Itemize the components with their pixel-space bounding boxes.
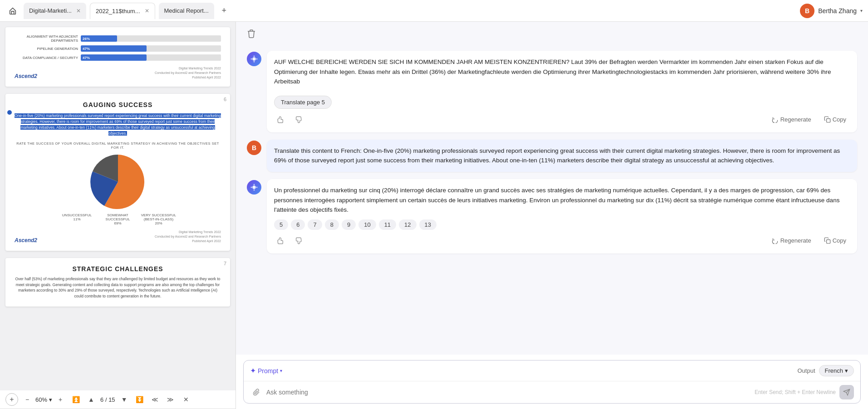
page7-text: Over half (53%) of marketing professiona… (15, 276, 221, 299)
input-box: ✦ Prompt ▾ Output French ▾ (243, 360, 861, 404)
language-select[interactable]: French ▾ (819, 365, 854, 376)
page-chip[interactable]: 6 (291, 219, 305, 230)
thumbs-up-button-3[interactable] (274, 234, 287, 247)
send-button[interactable] (839, 385, 854, 399)
add-page-button[interactable]: + (5, 393, 18, 406)
tab-medical[interactable]: Medical Report... (159, 3, 214, 19)
close-doc-button[interactable]: ✕ (180, 393, 192, 406)
thumbs-up-button-1[interactable] (274, 113, 287, 126)
ascend-info: Digital Marketing Trends 2022 Conducted … (155, 66, 221, 79)
ai-logo-icon (250, 55, 258, 63)
input-right-controls: Output French ▾ (798, 365, 854, 376)
pie-section: RATE THE SUCCESS OF YOUR OVERALL DIGITAL… (15, 141, 221, 225)
attach-button[interactable] (250, 386, 263, 399)
zoom-out-button[interactable]: − (21, 393, 34, 406)
page-chip[interactable]: 7 (308, 219, 322, 230)
nav-next-button[interactable]: ▼ (118, 393, 131, 406)
prompt-button[interactable]: ✦ Prompt ▾ (250, 366, 282, 375)
page-chip[interactable]: 9 (342, 219, 356, 230)
regenerate-button-1[interactable]: Regenerate (768, 114, 815, 125)
prompt-chevron-icon: ▾ (280, 368, 282, 373)
tab-thumb-close[interactable]: ✕ (145, 8, 149, 14)
output-label: Output (798, 367, 815, 374)
chat-area: AUF WELCHE BEREICHE WERDEN SIE SICH IM K… (236, 42, 868, 355)
bar-pct-2: 47% (83, 47, 90, 51)
ai-avatar-3 (247, 180, 261, 195)
page-chip[interactable]: 8 (325, 219, 339, 230)
page-chip[interactable]: 10 (358, 219, 376, 230)
nav-last-button[interactable]: ⏬ (133, 393, 146, 406)
message-actions-3: Regenerate Copy (274, 234, 850, 247)
page-number-6: 6 (224, 97, 226, 102)
ascend-footer-6: Ascend2 Digital Marketing Trends 2022 Co… (15, 230, 221, 243)
copy-button-1[interactable]: Copy (820, 114, 850, 125)
user-chevron-icon[interactable]: ▾ (860, 8, 863, 13)
toolbar-controls: + − 60% ▾ + ⏫ ▲ 6 / 15 ▼ ⏬ ≪ ≫ ✕ (5, 393, 192, 406)
message-bubble-3: Un professionnel du marketing sur cinq (… (267, 179, 857, 253)
highlighted-text: One-in-five (20%) marketing professional… (15, 113, 221, 135)
svg-point-4 (256, 58, 258, 60)
ascend-info-6: Digital Marketing Trends 2022 Conducted … (155, 230, 221, 243)
svg-rect-11 (826, 240, 830, 243)
delete-chat-button[interactable] (243, 25, 260, 42)
translate-page-button[interactable]: Translate page 5 (274, 96, 332, 109)
page-chip[interactable]: 5 (274, 219, 288, 230)
thumbs-down-button-3[interactable] (292, 234, 305, 247)
regenerate-button-3[interactable]: Regenerate (768, 235, 815, 246)
input-top-row: ✦ Prompt ▾ Output French ▾ (244, 360, 860, 381)
svg-point-8 (254, 189, 255, 190)
page-chip[interactable]: 11 (379, 219, 396, 230)
page6-title: GAUGING SUCCESS (15, 101, 221, 108)
tab-medical-label: Medical Report... (164, 7, 209, 14)
language-label: French (825, 367, 843, 374)
tab-thumb[interactable]: 2022_11$thum... ✕ (90, 3, 155, 19)
chart-section: ALIGNMENT WITH ADJACENT DEPARTMENTS 26% … (15, 34, 221, 61)
svg-point-3 (251, 58, 252, 60)
bar-track-2: 47% (81, 45, 221, 52)
nav-prev2-button[interactable]: ≪ (149, 393, 162, 406)
doc-toolbar: + − 60% ▾ + ⏫ ▲ 6 / 15 ▼ ⏬ ≪ ≫ ✕ (0, 390, 235, 409)
chat-toolbar (236, 22, 868, 42)
zoom-in-button[interactable]: + (54, 393, 67, 406)
home-button[interactable] (5, 4, 20, 18)
message-actions-1: Regenerate Copy (274, 113, 850, 126)
message-1: AUF WELCHE BEREICHE WERDEN SIE SICH IM K… (247, 51, 857, 132)
bar-pct-1: 26% (83, 37, 90, 41)
user-name[interactable]: Bertha Zhang (818, 7, 857, 15)
legend-very-successful: VERY SUCCESSFUL(BEST-IN-CLASS)20% (141, 213, 177, 225)
input-area: ✦ Prompt ▾ Output French ▾ (236, 355, 868, 409)
tab-thumb-label: 2022_11$thum... (96, 8, 140, 15)
bar-fill-1: 26% (81, 35, 117, 42)
ascend-footer: Ascend2 Digital Marketing Trends 2022 Co… (15, 66, 221, 79)
add-tab-button[interactable]: + (218, 5, 230, 17)
tab-digital-label: Digital-Marketi... (29, 7, 72, 14)
ai-avatar-1 (247, 52, 261, 66)
ai-logo-icon-2 (250, 183, 258, 191)
document-page-6: 6 GAUGING SUCCESS One-in-five (20%) mark… (5, 94, 230, 250)
page-info: 6 / 15 (100, 396, 115, 403)
language-chevron-icon: ▾ (845, 367, 848, 374)
bar-label-2: PIPELINE GENERATION (15, 47, 78, 51)
thumbs-down-button-1[interactable] (292, 113, 305, 126)
avatar: B (800, 4, 814, 18)
tab-digital[interactable]: Digital-Marketi... ✕ (24, 3, 86, 19)
svg-point-9 (251, 186, 252, 188)
zoom-value[interactable]: 60% (35, 396, 47, 403)
svg-point-1 (254, 56, 255, 57)
bar-label-1: ALIGNMENT WITH ADJACENT DEPARTMENTS (15, 34, 78, 43)
document-pages: ALIGNMENT WITH ADJACENT DEPARTMENTS 26% … (0, 22, 235, 390)
nav-first-button[interactable]: ⏫ (69, 393, 82, 406)
send-hint: Enter Send; Shift + Enter Newline (755, 389, 836, 395)
copy-button-3[interactable]: Copy (820, 235, 850, 246)
topbar-right: B Bertha Zhang ▾ (800, 4, 863, 18)
message-text-3: Un professionnel du marketing sur cinq (… (274, 185, 850, 215)
page7-title: STRATEGIC CHALLENGES (15, 265, 221, 273)
nav-next2-button[interactable]: ≫ (164, 393, 177, 406)
nav-prev-button[interactable]: ▲ (85, 393, 98, 406)
page-chip[interactable]: 12 (399, 219, 416, 230)
page-chip[interactable]: 13 (419, 219, 436, 230)
tab-digital-close[interactable]: ✕ (76, 8, 81, 14)
bar-pct-3: 47% (83, 56, 90, 60)
ask-input[interactable] (266, 389, 751, 396)
svg-point-7 (254, 184, 255, 185)
